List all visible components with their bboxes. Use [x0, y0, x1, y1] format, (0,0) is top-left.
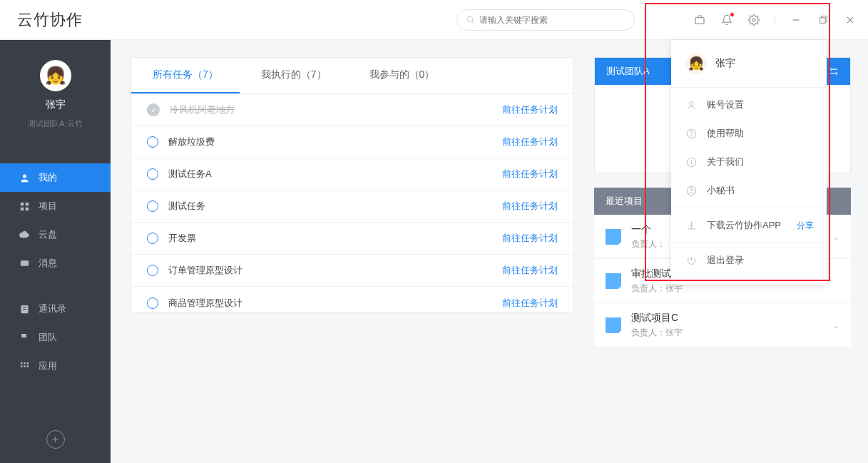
nav-project[interactable]: 项目: [0, 192, 111, 220]
task-plan-link[interactable]: 前往任务计划: [502, 297, 558, 310]
task-row[interactable]: ✓ 冷风机阿老地方 前往任务计划: [131, 94, 573, 126]
svg-point-24: [690, 101, 693, 105]
project-folder-icon: [606, 317, 621, 333]
recent-owner: 负责人：张宇: [631, 327, 822, 339]
task-plan-link[interactable]: 前往任务计划: [502, 136, 558, 148]
task-row[interactable]: 商品管理原型设计 前往任务计划: [131, 287, 573, 312]
dropdown-download-app[interactable]: 下载云竹协作APP 分享: [671, 211, 827, 240]
user-icon: [19, 172, 30, 183]
svg-point-0: [467, 16, 473, 22]
svg-rect-13: [25, 207, 28, 210]
date-card-title: 测试团队A: [606, 65, 650, 78]
dropdown-assistant[interactable]: 小秘书: [671, 176, 827, 205]
recent-title: 测试项目C: [631, 312, 822, 325]
dropdown-account-settings[interactable]: 账号设置: [671, 91, 827, 119]
nav-label: 我的: [39, 171, 57, 184]
dropdown-user[interactable]: 👧 张宇: [671, 50, 827, 84]
bell-icon[interactable]: [720, 14, 733, 26]
nav-label: 项目: [39, 200, 57, 213]
dropdown-about[interactable]: 关于我们: [671, 148, 827, 176]
svg-point-26: [691, 136, 692, 136]
svg-rect-11: [25, 202, 28, 205]
svg-rect-14: [20, 260, 28, 266]
flag-icon: [19, 332, 30, 343]
search-input[interactable]: [479, 15, 626, 25]
minimize-icon[interactable]: [790, 14, 802, 26]
svg-line-1: [472, 21, 474, 23]
svg-rect-6: [820, 18, 825, 24]
task-plan-link[interactable]: 前往任务计划: [502, 264, 558, 277]
share-link[interactable]: 分享: [797, 220, 814, 232]
chevron-down-icon: ⌄: [832, 232, 839, 242]
add-button[interactable]: +: [46, 430, 65, 449]
dropdown-user-name: 张宇: [715, 57, 735, 70]
app-logo: 云竹协作: [17, 9, 83, 31]
nav-label: 消息: [39, 257, 57, 270]
nav-label: 云盘: [39, 228, 57, 241]
task-panel: 所有任务（7） 我执行的（7） 我参与的（0） ✓ 冷风机阿老地方 前往任务计划…: [131, 57, 574, 312]
task-list: ✓ 冷风机阿老地方 前往任务计划 解放垃圾费 前往任务计划 测试任务A 前往任务…: [131, 94, 573, 312]
task-check-icon[interactable]: [147, 297, 158, 309]
svg-point-3: [752, 19, 755, 21]
task-check-icon[interactable]: [147, 233, 158, 244]
svg-rect-2: [695, 17, 704, 24]
task-plan-link[interactable]: 前往任务计划: [502, 103, 558, 116]
dropdown-help[interactable]: 使用帮助: [671, 119, 827, 148]
tab-executor[interactable]: 我执行的（7）: [240, 58, 348, 93]
close-icon[interactable]: [844, 14, 857, 26]
task-title: 商品管理原型设计: [168, 297, 502, 310]
gear-icon[interactable]: [747, 14, 760, 26]
recent-item[interactable]: 测试项目C 负责人：张宇 ⌄: [594, 303, 851, 347]
task-plan-link[interactable]: 前往任务计划: [502, 200, 558, 213]
task-plan-link[interactable]: 前往任务计划: [502, 168, 558, 180]
project-folder-icon: [606, 229, 621, 245]
user-icon: [685, 99, 697, 111]
nav-message[interactable]: 消息: [0, 249, 111, 278]
task-row[interactable]: 订单管理原型设计 前往任务计划: [131, 255, 573, 287]
avatar: 👧: [685, 53, 707, 74]
task-row[interactable]: 测试任务 前往任务计划: [131, 190, 573, 223]
task-title: 测试任务: [168, 200, 502, 213]
assistant-icon: [685, 185, 697, 196]
nav-label: 团队: [39, 331, 57, 344]
task-plan-link[interactable]: 前往任务计划: [502, 232, 558, 245]
svg-point-9: [23, 174, 26, 178]
task-check-icon[interactable]: [147, 265, 158, 276]
search-icon: [466, 15, 475, 24]
dropdown-logout[interactable]: 退出登录: [671, 246, 827, 275]
help-icon: [685, 128, 697, 139]
nav-cloud[interactable]: 云盘: [0, 220, 111, 249]
nav-contacts[interactable]: 通讯录: [0, 295, 111, 323]
tab-participant[interactable]: 我参与的（0）: [348, 58, 456, 93]
project-folder-icon: [606, 273, 621, 289]
task-check-icon[interactable]: [147, 168, 158, 180]
avatar: 👧: [40, 60, 71, 91]
task-title: 订单管理原型设计: [168, 264, 502, 277]
titlebar: 云竹协作: [0, 0, 868, 40]
tab-all[interactable]: 所有任务（7）: [131, 58, 240, 93]
svg-point-31: [690, 188, 693, 190]
svg-rect-22: [24, 365, 26, 367]
briefcase-icon[interactable]: [693, 14, 706, 26]
cloud-icon: [19, 229, 30, 240]
apps-icon: [19, 360, 30, 372]
task-title: 冷风机阿老地方: [170, 103, 502, 116]
task-check-icon[interactable]: [147, 200, 158, 212]
swap-icon[interactable]: [829, 66, 839, 76]
settings-dropdown: 👧 张宇 账号设置 使用帮助 关于我们 小秘书 下载云竹协作APP 分享 退出登…: [671, 40, 827, 285]
svg-rect-21: [20, 365, 22, 367]
task-check-done-icon[interactable]: ✓: [147, 103, 160, 116]
nav-team[interactable]: 团队: [0, 323, 111, 352]
task-row[interactable]: 解放垃圾费 前往任务计划: [131, 126, 573, 158]
nav-apps[interactable]: 应用: [0, 352, 111, 380]
sidebar-profile[interactable]: 👧 张宇 测试团队A;云竹: [0, 40, 111, 142]
dropdown-label: 下载云竹协作APP: [707, 219, 781, 232]
task-check-icon[interactable]: [147, 136, 158, 148]
maximize-icon[interactable]: [817, 14, 829, 26]
nav-my[interactable]: 我的: [0, 163, 111, 192]
search-box[interactable]: [456, 9, 635, 31]
svg-rect-20: [26, 362, 29, 364]
task-row[interactable]: 测试任务A 前往任务计划: [131, 158, 573, 190]
task-row[interactable]: 开发票 前往任务计划: [131, 223, 573, 255]
dropdown-label: 关于我们: [707, 156, 744, 168]
